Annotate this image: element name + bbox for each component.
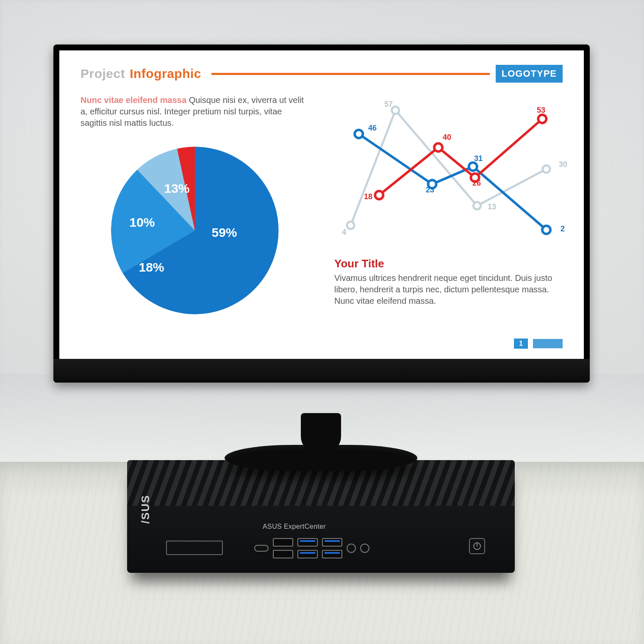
usb-a-port-icon	[273, 550, 293, 558]
front-io-panel	[254, 538, 369, 558]
svg-point-4	[355, 130, 363, 138]
pie-svg	[106, 142, 284, 319]
power-button-icon	[469, 538, 485, 554]
logo-badge: LOGOTYPE	[496, 65, 563, 83]
pt-blue-23: 23	[426, 186, 434, 194]
title-word-1: Project	[80, 67, 125, 80]
infographic-slide: Project Infographic LOGOTYPE Nunc vitae …	[59, 50, 584, 359]
pt-red-40: 40	[443, 133, 451, 141]
sub-text: Vivamus ultrices hendrerit neque eget ti…	[334, 272, 563, 307]
pie-label-59: 59%	[212, 226, 237, 239]
svg-point-0	[347, 222, 354, 229]
pt-grey-4: 4	[342, 228, 346, 236]
card-reader-slot	[166, 541, 223, 555]
pager: 1	[514, 339, 563, 349]
pt-red-18: 18	[364, 193, 372, 200]
pt-blue-46: 46	[368, 124, 377, 132]
svg-point-2	[473, 202, 480, 209]
audio-jack-icon	[347, 544, 356, 553]
desktop-pc: /SUS ASUS ExpertCenter	[127, 460, 515, 573]
line-svg	[334, 93, 563, 245]
title-word-2: Infographic	[130, 67, 201, 80]
pc-brand-logo: /SUS	[140, 494, 151, 524]
pie-label-18: 18%	[139, 261, 164, 274]
right-column: 46 23 31 2 18 40 26 53 4 57 13 30	[334, 94, 563, 319]
subtitle: Your Title	[334, 258, 563, 269]
left-column: Nunc vitae eleifend massa Quisque nisi e…	[80, 94, 309, 319]
line-chart: 46 23 31 2 18 40 26 53 4 57 13 30	[334, 93, 563, 245]
monitor: /SUS Project Infographic LOGOTYPE Nunc v…	[53, 44, 590, 383]
svg-point-8	[375, 191, 383, 199]
svg-point-7	[542, 226, 550, 234]
pt-red-53: 53	[537, 106, 545, 114]
page-number: 1	[514, 339, 528, 349]
page-bar	[533, 339, 563, 348]
usb-a-port-icon	[273, 538, 293, 547]
pt-grey-13: 13	[488, 203, 496, 211]
monitor-stand-neck	[301, 413, 341, 453]
svg-point-3	[543, 165, 550, 172]
title-row: Project Infographic LOGOTYPE	[80, 65, 563, 83]
svg-point-9	[434, 143, 442, 151]
monitor-brand-logo: /SUS	[53, 366, 590, 378]
screen: Project Infographic LOGOTYPE Nunc vitae …	[59, 50, 584, 359]
svg-point-1	[392, 107, 399, 114]
svg-point-6	[469, 163, 477, 171]
pie-chart: 59% 18% 10% 13%	[106, 142, 284, 319]
pt-blue-2: 2	[561, 225, 565, 233]
usb3-port-icon	[297, 538, 318, 547]
pt-grey-57: 57	[384, 100, 393, 108]
usb3-port-icon	[322, 550, 342, 558]
audio-jack-icon	[360, 544, 369, 553]
lead-paragraph: Nunc vitae eleifend massa Quisque nisi e…	[80, 94, 309, 129]
pc-model-label: ASUS ExpertCenter	[263, 523, 326, 530]
pt-red-26: 26	[472, 179, 481, 187]
pie-label-10: 10%	[130, 216, 155, 229]
lead-highlight: Nunc vitae eleifend massa	[80, 95, 186, 105]
usb3-port-icon	[297, 550, 318, 558]
pt-blue-31: 31	[474, 155, 483, 162]
pt-grey-30: 30	[559, 161, 567, 168]
usb3-port-icon	[322, 538, 342, 547]
slide-title: Project Infographic	[80, 67, 201, 81]
product-scene: /SUS ASUS ExpertCenter /SUS	[0, 0, 644, 644]
svg-point-11	[538, 115, 546, 123]
usb-c-port-icon	[254, 545, 269, 552]
pie-label-13: 13%	[164, 182, 190, 195]
title-underline	[211, 73, 490, 75]
